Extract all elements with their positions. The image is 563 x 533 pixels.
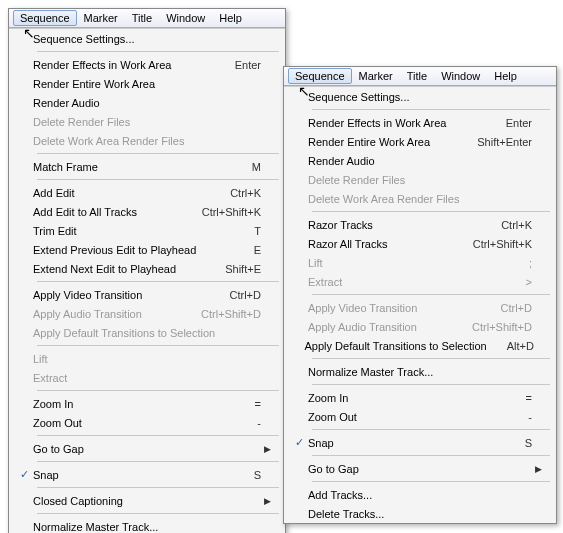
menu-item[interactable]: Match FrameM <box>9 157 285 176</box>
menu-item[interactable]: Razor All TracksCtrl+Shift+K <box>284 234 556 253</box>
menu-item[interactable]: Render Entire Work Area <box>9 74 285 93</box>
menu-item-label: Snap <box>308 437 505 449</box>
menu-item-label: Render Effects in Work Area <box>33 59 215 71</box>
menu-item[interactable]: Sequence Settings... <box>284 87 556 106</box>
menu-item-label: Apply Audio Transition <box>33 308 181 320</box>
menu-item[interactable]: Zoom Out- <box>9 413 285 432</box>
menu-item-label: Render Entire Work Area <box>33 78 241 90</box>
menubar-item-marker[interactable]: Marker <box>352 68 400 84</box>
menu-item[interactable]: Closed Captioning▶ <box>9 491 285 510</box>
menu-item[interactable]: Render Effects in Work AreaEnter <box>9 55 285 74</box>
menu-item-label: Delete Render Files <box>308 174 512 186</box>
menu-item-label: Normalize Master Track... <box>33 521 241 533</box>
menu-item: Delete Work Area Render Files <box>9 131 285 150</box>
menu-item[interactable]: Render Entire Work AreaShift+Enter <box>284 132 556 151</box>
menubar-item-help[interactable]: Help <box>487 68 524 84</box>
menubar-item-sequence[interactable]: Sequence <box>288 68 352 84</box>
menu-item-label: Lift <box>308 257 509 269</box>
menu-separator <box>37 435 279 436</box>
menubar-item-window[interactable]: Window <box>159 10 212 26</box>
menu-item-label: Add Tracks... <box>308 489 512 501</box>
menu-item-label: Apply Video Transition <box>33 289 210 301</box>
menubar-item-window[interactable]: Window <box>434 68 487 84</box>
menu-item[interactable]: Apply Default Transitions to SelectionAl… <box>284 336 556 355</box>
menu-separator <box>37 513 279 514</box>
menu-item-label: Apply Default Transitions to Selection <box>33 327 241 339</box>
menu-item[interactable]: Normalize Master Track... <box>284 362 556 381</box>
menu-separator <box>37 461 279 462</box>
menu-item[interactable]: Zoom Out- <box>284 407 556 426</box>
menu-item: Apply Video TransitionCtrl+D <box>284 298 556 317</box>
menu-separator <box>37 51 279 52</box>
menubar-left: SequenceMarkerTitleWindowHelp <box>9 9 285 28</box>
menubar-item-sequence[interactable]: Sequence <box>13 10 77 26</box>
menu-item-label: Apply Default Transitions to Selection <box>305 340 487 352</box>
menubar-item-help[interactable]: Help <box>212 10 249 26</box>
menu-separator <box>37 487 279 488</box>
menu-item: Delete Work Area Render Files <box>284 189 556 208</box>
menu-item: Apply Audio TransitionCtrl+Shift+D <box>9 304 285 323</box>
chevron-right-icon: ▶ <box>261 496 271 506</box>
menu-item-label: Trim Edit <box>33 225 234 237</box>
menu-item-shortcut: Enter <box>506 117 532 129</box>
menu-item-label: Go to Gap <box>308 463 512 475</box>
menu-item-label: Razor Tracks <box>308 219 481 231</box>
menu-item-label: Zoom Out <box>308 411 508 423</box>
menu-item-shortcut: S <box>525 437 532 449</box>
left-window: SequenceMarkerTitleWindowHelp ↖ Sequence… <box>8 8 286 533</box>
menu-item-label: Match Frame <box>33 161 232 173</box>
menu-item[interactable]: Trim EditT <box>9 221 285 240</box>
menu-item[interactable]: Extend Next Edit to PlayheadShift+E <box>9 259 285 278</box>
right-window: SequenceMarkerTitleWindowHelp ↖ Sequence… <box>283 66 557 524</box>
menu-separator <box>37 153 279 154</box>
menu-item[interactable]: Add EditCtrl+K <box>9 183 285 202</box>
menu-item: Delete Render Files <box>284 170 556 189</box>
menu-separator <box>37 390 279 391</box>
menu-item-shortcut: Alt+D <box>507 340 534 352</box>
menu-item[interactable]: Razor TracksCtrl+K <box>284 215 556 234</box>
menu-item[interactable]: Add Edit to All TracksCtrl+Shift+K <box>9 202 285 221</box>
menu-item[interactable]: Delete Tracks... <box>284 504 556 523</box>
menu-item: Apply Default Transitions to Selection <box>9 323 285 342</box>
menu-separator <box>312 384 550 385</box>
menu-item[interactable]: ✓SnapS <box>284 433 556 452</box>
menu-item-shortcut: Ctrl+Shift+D <box>472 321 532 333</box>
menu-item-label: Add Edit <box>33 187 210 199</box>
menu-item[interactable]: Sequence Settings... <box>9 29 285 48</box>
chevron-right-icon: ▶ <box>532 464 542 474</box>
menu-item[interactable]: Normalize Master Track... <box>9 517 285 533</box>
menu-item-label: Apply Video Transition <box>308 302 481 314</box>
menubar-item-title[interactable]: Title <box>400 68 434 84</box>
menu-item[interactable]: Apply Video TransitionCtrl+D <box>9 285 285 304</box>
menu-item[interactable]: Render Effects in Work AreaEnter <box>284 113 556 132</box>
menu-item[interactable]: Add Tracks... <box>284 485 556 504</box>
menu-item[interactable]: Go to Gap▶ <box>9 439 285 458</box>
menu-item-label: Razor All Tracks <box>308 238 453 250</box>
menu-item-shortcut: Ctrl+D <box>230 289 261 301</box>
menu-item-label: Add Edit to All Tracks <box>33 206 182 218</box>
menu-item-label: Render Audio <box>308 155 512 167</box>
menu-item-shortcut: = <box>255 398 261 410</box>
chevron-right-icon: ▶ <box>261 444 271 454</box>
check-icon: ✓ <box>15 468 33 481</box>
menu-item-label: Delete Tracks... <box>308 508 512 520</box>
menu-item-shortcut: > <box>526 276 532 288</box>
menu-item-label: Apply Audio Transition <box>308 321 452 333</box>
menu-item[interactable]: Zoom In= <box>9 394 285 413</box>
menu-separator <box>312 455 550 456</box>
menu-item[interactable]: Render Audio <box>9 93 285 112</box>
menu-item[interactable]: ✓SnapS <box>9 465 285 484</box>
menu-item-label: Sequence Settings... <box>308 91 512 103</box>
menubar-item-title[interactable]: Title <box>125 10 159 26</box>
menu-item-shortcut: Ctrl+K <box>501 219 532 231</box>
menu-separator <box>312 429 550 430</box>
menu-item[interactable]: Go to Gap▶ <box>284 459 556 478</box>
menubar-item-marker[interactable]: Marker <box>77 10 125 26</box>
menu-item-label: Sequence Settings... <box>33 33 241 45</box>
menu-item-label: Zoom Out <box>33 417 237 429</box>
menu-item[interactable]: Render Audio <box>284 151 556 170</box>
menu-item[interactable]: Zoom In= <box>284 388 556 407</box>
menu-item[interactable]: Extend Previous Edit to PlayheadE <box>9 240 285 259</box>
menu-item-shortcut: Ctrl+Shift+D <box>201 308 261 320</box>
menu-separator <box>37 281 279 282</box>
